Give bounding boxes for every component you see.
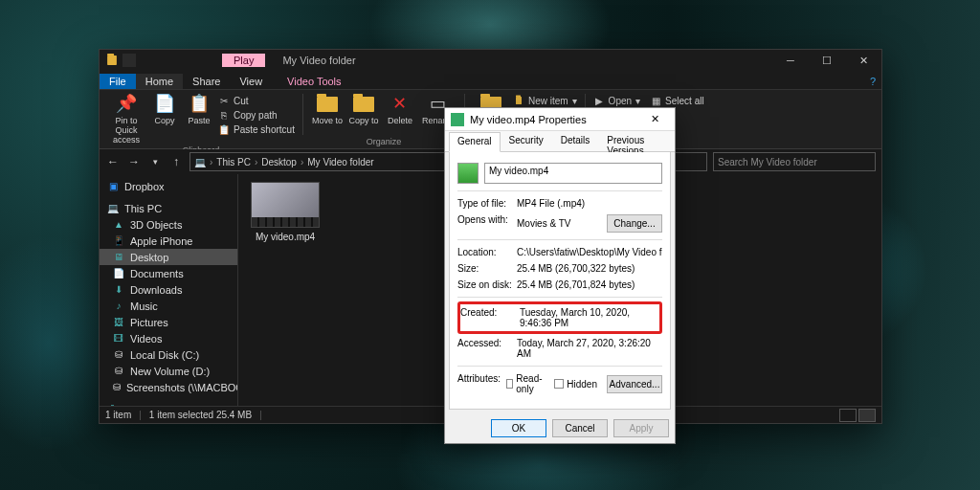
location-value: C:\Users\fatiw\Desktop\My Video folder: [517, 247, 662, 257]
crumb-desktop[interactable]: Desktop: [261, 157, 297, 167]
sidebar-downloads[interactable]: ⬇Downloads: [100, 281, 237, 298]
ribbon-tabs: File Home Share View Video Tools ?: [100, 71, 881, 90]
tab-general[interactable]: General: [449, 132, 501, 152]
file-item-video[interactable]: My video.mp4: [246, 182, 324, 242]
select-all-button[interactable]: ▦Select all: [650, 94, 704, 107]
properties-footer: OK Cancel Apply: [445, 413, 675, 443]
change-app-button[interactable]: Change...: [607, 214, 662, 233]
new-item-button[interactable]: New item ▾: [513, 94, 577, 107]
sidebar-music[interactable]: ♪Music: [100, 298, 237, 314]
qat-icon[interactable]: [122, 54, 136, 67]
file-label: My video.mp4: [246, 232, 324, 242]
copy-path-icon: ⎘: [218, 109, 230, 121]
shortcut-icon: 📋: [218, 123, 230, 135]
status-count: 1 item: [105, 410, 131, 420]
opens-with-value: Movies & TV: [517, 218, 571, 229]
sidebar-this-pc[interactable]: 💻This PC: [100, 200, 237, 216]
titlebar[interactable]: Play My Video folder ─ ☐ ✕: [100, 50, 881, 71]
file-name-input[interactable]: My video.mp4: [484, 163, 662, 184]
crumb-folder[interactable]: My Video folder: [307, 157, 373, 167]
close-button[interactable]: ✕: [845, 50, 881, 71]
readonly-checkbox[interactable]: Read-only: [506, 373, 545, 394]
accessed-value: Today, March 27, 2020, 3:26:20 AM: [517, 338, 662, 359]
file-type-icon: [451, 113, 464, 126]
hidden-checkbox[interactable]: Hidden: [554, 379, 597, 390]
nav-forward-button[interactable]: →: [126, 155, 142, 168]
file-big-icon: [457, 163, 479, 184]
properties-close-button[interactable]: ✕: [640, 113, 669, 125]
properties-dialog: My video.mp4 Properties ✕ General Securi…: [444, 107, 676, 444]
properties-title: My video.mp4 Properties: [470, 114, 587, 125]
properties-tabs: General Security Details Previous Versio…: [445, 131, 675, 152]
tab-details[interactable]: Details: [552, 131, 599, 151]
paste-button[interactable]: 📋Paste: [184, 92, 214, 126]
type-of-file: MP4 File (.mp4): [517, 198, 662, 209]
nav-recent-button[interactable]: ▾: [147, 157, 163, 167]
delete-icon: ✕: [390, 94, 411, 115]
pin-quick-access-button[interactable]: 📌Pin to Quick access: [107, 92, 145, 145]
sidebar-new-volume-d[interactable]: ⛁New Volume (D:): [100, 363, 237, 379]
tab-view[interactable]: View: [230, 74, 272, 89]
nav-up-button[interactable]: ↑: [168, 155, 184, 168]
nav-back-button[interactable]: ←: [105, 155, 121, 168]
view-icons-button[interactable]: [858, 409, 876, 422]
apply-button[interactable]: Apply: [613, 419, 669, 437]
cut-button[interactable]: ✂Cut: [218, 94, 295, 107]
sidebar-desktop[interactable]: 🖥Desktop: [100, 249, 237, 265]
tab-security[interactable]: Security: [501, 131, 552, 151]
properties-body: My video.mp4 Type of file:MP4 File (.mp4…: [449, 152, 671, 410]
paste-shortcut-button[interactable]: 📋Paste shortcut: [218, 122, 295, 136]
copy-button[interactable]: 📄Copy: [149, 92, 180, 126]
video-thumbnail: [251, 182, 320, 228]
open-icon: ▶: [593, 95, 605, 106]
sidebar-dropbox[interactable]: ▣Dropbox: [100, 178, 237, 194]
sidebar-apple-iphone[interactable]: 📱Apple iPhone: [100, 233, 237, 249]
sidebar-documents[interactable]: 📄Documents: [100, 265, 237, 281]
sidebar-videos[interactable]: 🎞Videos: [100, 330, 237, 346]
minimize-button[interactable]: ─: [772, 50, 809, 71]
ok-button[interactable]: OK: [491, 419, 546, 437]
created-value: Tuesday, March 10, 2020, 9:46:36 PM: [520, 307, 659, 328]
copy-to-button[interactable]: Copy to: [347, 92, 380, 126]
window-title: My Video folder: [282, 55, 355, 66]
open-button[interactable]: ▶Open ▾: [593, 94, 640, 107]
nav-sidebar[interactable]: ▣Dropbox 💻This PC ▲3D Objects 📱Apple iPh…: [100, 174, 238, 406]
maximize-button[interactable]: ☐: [809, 50, 845, 71]
sidebar-3d-objects[interactable]: ▲3D Objects: [100, 216, 237, 233]
properties-titlebar[interactable]: My video.mp4 Properties ✕: [445, 108, 675, 131]
search-input[interactable]: Search My Video folder: [713, 152, 876, 171]
size-value: 25.4 MB (26,700,322 bytes): [517, 263, 662, 274]
created-highlight: Created:Tuesday, March 10, 2020, 9:46:36…: [457, 301, 662, 334]
select-all-icon: ▦: [650, 95, 661, 106]
group-organize-label: Organize: [367, 137, 402, 148]
tab-home[interactable]: Home: [136, 74, 183, 89]
sidebar-screenshots[interactable]: ⛁Screenshots (\\MACBOOK...: [100, 379, 237, 395]
status-selected: 1 item selected 25.4 MB: [149, 410, 252, 420]
copy-icon: 📄: [154, 94, 175, 115]
help-icon[interactable]: ?: [864, 74, 881, 89]
contextual-tab-play[interactable]: Play: [222, 54, 265, 67]
pc-icon: 💻: [194, 157, 206, 167]
paste-icon: 📋: [189, 94, 210, 115]
sidebar-pictures[interactable]: 🖼Pictures: [100, 314, 237, 330]
sidebar-local-disk-c[interactable]: ⛁Local Disk (C:): [100, 346, 237, 363]
advanced-button[interactable]: Advanced...: [607, 375, 662, 393]
cancel-button[interactable]: Cancel: [552, 419, 608, 437]
size-on-disk-value: 25.4 MB (26,701,824 bytes): [517, 279, 662, 290]
cut-icon: ✂: [218, 95, 230, 106]
delete-button[interactable]: ✕Delete: [384, 92, 416, 126]
folder-icon: [105, 54, 119, 67]
move-to-button[interactable]: Move to: [311, 92, 344, 126]
copy-path-button[interactable]: ⎘Copy path: [218, 108, 295, 122]
pin-icon: 📌: [116, 94, 137, 115]
crumb-this-pc[interactable]: This PC: [216, 157, 251, 167]
tab-file[interactable]: File: [100, 74, 136, 89]
view-details-button[interactable]: [839, 409, 857, 422]
tab-previous-versions[interactable]: Previous Versions: [598, 131, 675, 151]
tab-share[interactable]: Share: [183, 74, 230, 89]
tab-video-tools[interactable]: Video Tools: [278, 74, 350, 89]
